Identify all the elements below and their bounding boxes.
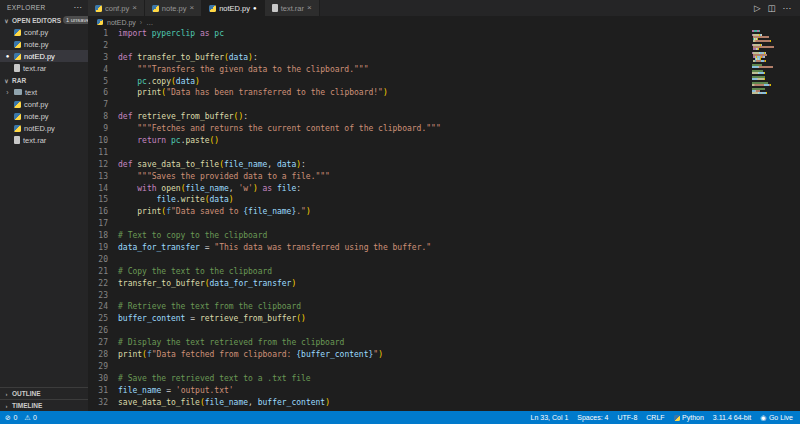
code-line[interactable]: 27# Display the text retrieved from the … <box>88 337 800 349</box>
code-line[interactable]: 8def retrieve_from_buffer(): <box>88 111 800 123</box>
breadcrumb-file[interactable]: notED.py <box>107 19 136 26</box>
code-line[interactable]: 1import pyperclip as pc <box>88 28 800 40</box>
code-line[interactable]: 31file_name = 'output.txt' <box>88 385 800 397</box>
more-actions-icon[interactable]: ⋯ <box>783 3 792 13</box>
code-editor[interactable]: 1import pyperclip as pc23def transfer_to… <box>88 28 800 411</box>
status-python-version[interactable]: 3.11.4 64-bit <box>713 414 751 421</box>
status-eol[interactable]: CRLF <box>646 414 664 421</box>
dirty-indicator[interactable]: ● <box>253 5 257 11</box>
run-button[interactable]: ▷ <box>754 3 761 13</box>
line-number[interactable]: 23 <box>88 290 118 302</box>
folder-item[interactable]: ›text <box>0 86 88 98</box>
status-cursor-position[interactable]: Ln 33, Col 1 <box>531 414 569 421</box>
line-number[interactable]: 17 <box>88 218 118 230</box>
code-line[interactable]: 9 """Fetches and returns the current con… <box>88 123 800 135</box>
tab-text.rar[interactable]: text.rar× <box>265 0 320 16</box>
code-line[interactable]: 3def transfer_to_buffer(data): <box>88 52 800 64</box>
close-icon[interactable]: × <box>189 4 194 12</box>
status-warnings[interactable]: ⚠0 <box>24 414 37 422</box>
code-line[interactable]: 29 <box>88 361 800 373</box>
line-number[interactable]: 3 <box>88 52 118 64</box>
code-line[interactable]: 24# Retrieve the text from the clipboard <box>88 301 800 313</box>
more-actions-icon[interactable]: ⋯ <box>74 3 82 12</box>
code-line[interactable]: 15 file.write(data) <box>88 194 800 206</box>
code-line[interactable]: 14 with open(file_name, 'w') as file: <box>88 183 800 195</box>
status-encoding[interactable]: UTF-8 <box>617 414 637 421</box>
line-number[interactable]: 12 <box>88 159 118 171</box>
line-number[interactable]: 4 <box>88 64 118 76</box>
file-item[interactable]: conf.py <box>0 98 88 110</box>
line-number[interactable]: 16 <box>88 206 118 218</box>
close-icon[interactable]: × <box>307 4 312 12</box>
line-number[interactable]: 21 <box>88 266 118 278</box>
code-line[interactable]: 30# Save the retrieved text to a .txt fi… <box>88 373 800 385</box>
line-number[interactable]: 18 <box>88 230 118 242</box>
code-line[interactable]: 7 <box>88 99 800 111</box>
line-number[interactable]: 30 <box>88 373 118 385</box>
code-line[interactable]: 2 <box>88 40 800 52</box>
folder-section-header[interactable]: ∨ RAR <box>0 74 88 86</box>
line-number[interactable]: 13 <box>88 171 118 183</box>
line-number[interactable]: 25 <box>88 313 118 325</box>
line-number[interactable]: 24 <box>88 301 118 313</box>
line-number[interactable]: 20 <box>88 254 118 266</box>
code-line[interactable]: 19data_for_transfer = "This data was tra… <box>88 242 800 254</box>
code-line[interactable]: 26 <box>88 325 800 337</box>
code-line[interactable]: 25buffer_content = retrieve_from_buffer(… <box>88 313 800 325</box>
breadcrumb-more[interactable]: … <box>146 19 153 26</box>
open-editor-item[interactable]: ●notED.py <box>0 50 88 62</box>
file-item[interactable]: text.rar <box>0 134 88 146</box>
code-line[interactable]: 4 """Transfers the given data to the cli… <box>88 64 800 76</box>
outline-section-header[interactable]: › OUTLINE <box>0 387 88 399</box>
code-line[interactable]: 13 """Saves the provided data to a file.… <box>88 171 800 183</box>
code-line[interactable]: 10 return pc.paste() <box>88 135 800 147</box>
line-number[interactable]: 2 <box>88 40 118 52</box>
line-number[interactable]: 7 <box>88 99 118 111</box>
line-number[interactable]: 28 <box>88 349 118 361</box>
code-line[interactable]: 22transfer_to_buffer(data_for_transfer) <box>88 278 800 290</box>
minimap[interactable] <box>752 30 778 94</box>
open-editor-item[interactable]: text.rar <box>0 62 88 74</box>
code-line[interactable]: 28print(f"Data fetched from clipboard: {… <box>88 349 800 361</box>
tab-notED.py[interactable]: notED.py● <box>202 0 264 16</box>
line-number[interactable]: 22 <box>88 278 118 290</box>
open-editor-item[interactable]: note.py <box>0 38 88 50</box>
status-indentation[interactable]: Spaces: 4 <box>577 414 608 421</box>
close-icon[interactable]: × <box>132 4 137 12</box>
tab-note.py[interactable]: note.py× <box>145 0 202 16</box>
split-editor-icon[interactable]: ◫ <box>767 3 775 13</box>
line-number[interactable]: 27 <box>88 337 118 349</box>
line-number[interactable]: 8 <box>88 111 118 123</box>
code-line[interactable]: 18# Text to copy to the clipboard <box>88 230 800 242</box>
file-item[interactable]: note.py <box>0 110 88 122</box>
file-item[interactable]: notED.py <box>0 122 88 134</box>
line-number[interactable]: 14 <box>88 183 118 195</box>
line-number[interactable]: 29 <box>88 361 118 373</box>
code-line[interactable]: 16 print(f"Data saved to {file_name}.") <box>88 206 800 218</box>
code-line[interactable]: 21# Copy the text to the clipboard <box>88 266 800 278</box>
line-number[interactable]: 1 <box>88 28 118 40</box>
line-number[interactable]: 31 <box>88 385 118 397</box>
open-editor-item[interactable]: conf.py <box>0 26 88 38</box>
code-line[interactable]: 5 pc.copy(data) <box>88 76 800 88</box>
code-line[interactable]: 23 <box>88 290 800 302</box>
line-number[interactable]: 5 <box>88 76 118 88</box>
line-number[interactable]: 11 <box>88 147 118 159</box>
code-line[interactable]: 6 print("Data has been transferred to th… <box>88 87 800 99</box>
tab-conf.py[interactable]: conf.py× <box>88 0 145 16</box>
status-language[interactable]: Python <box>674 414 704 421</box>
line-number[interactable]: 32 <box>88 397 118 409</box>
timeline-section-header[interactable]: › TIMELINE <box>0 399 88 411</box>
status-go-live[interactable]: ◉Go Live <box>760 414 793 422</box>
code-line[interactable]: 20 <box>88 254 800 266</box>
code-line[interactable]: 12def save_data_to_file(file_name, data)… <box>88 159 800 171</box>
line-number[interactable]: 6 <box>88 87 118 99</box>
code-line[interactable]: 17 <box>88 218 800 230</box>
line-number[interactable]: 26 <box>88 325 118 337</box>
breadcrumb[interactable]: notED.py › … <box>88 16 800 28</box>
line-number[interactable]: 15 <box>88 194 118 206</box>
line-number[interactable]: 19 <box>88 242 118 254</box>
line-number[interactable]: 10 <box>88 135 118 147</box>
code-line[interactable]: 32save_data_to_file(file_name, buffer_co… <box>88 397 800 409</box>
code-line[interactable]: 11 <box>88 147 800 159</box>
